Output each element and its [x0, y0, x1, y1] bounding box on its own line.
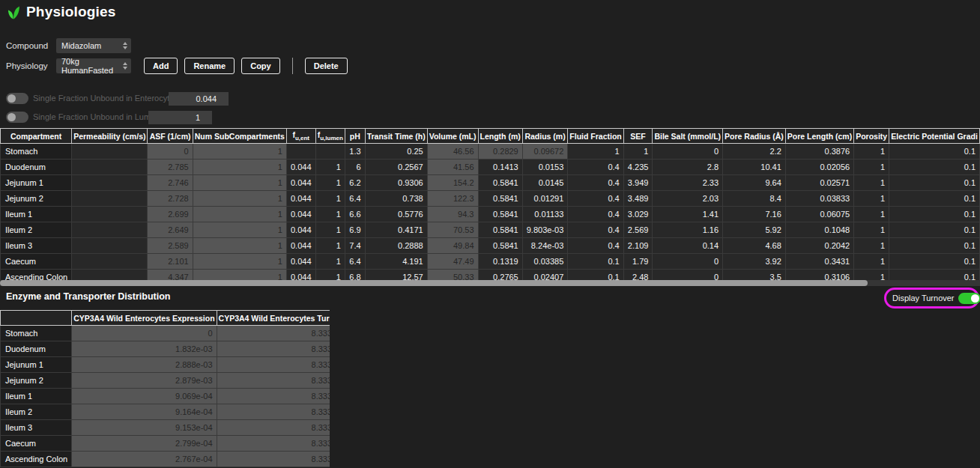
cell-pore_radius[interactable]: 2.2 [723, 144, 786, 159]
cell-sef[interactable]: 1 [623, 144, 653, 159]
cell-ph[interactable]: 6.4 [345, 254, 365, 270]
lumen-value-input[interactable] [148, 111, 212, 124]
cell-porosity[interactable]: 1 [854, 191, 889, 207]
cell-length[interactable]: 0.5841 [478, 238, 522, 254]
cell-pore_length[interactable]: 0.02571 [785, 175, 853, 191]
cell-radius[interactable]: 8.24e-03 [522, 238, 568, 254]
cell-radius[interactable]: 0.01291 [522, 191, 568, 207]
cell-bile_salt[interactable]: 2.8 [653, 159, 723, 175]
cell-ph[interactable]: 6 [345, 159, 365, 175]
cell-fluid_fraction[interactable]: 0.4 [568, 238, 623, 254]
cell-sef[interactable]: 3.029 [623, 207, 653, 222]
cell-permeability[interactable] [72, 270, 148, 281]
cell-porosity[interactable]: 1 [854, 175, 889, 191]
cell-fluid_fraction[interactable]: 0.1 [568, 254, 623, 270]
cell-fu_ent[interactable]: 0.044 [286, 222, 315, 238]
cell-fu_lumen[interactable]: 1 [315, 159, 345, 175]
cell-fu_ent[interactable]: 0.044 [286, 238, 315, 254]
cell-bile_salt[interactable]: 0 [653, 144, 723, 159]
display-turnover-toggle[interactable] [958, 293, 980, 304]
cell-fu_lumen[interactable]: 1 [315, 222, 345, 238]
cell-pore_length[interactable]: 0.03833 [785, 191, 853, 207]
cell-transit_time[interactable]: 0.9306 [365, 175, 427, 191]
cell-length[interactable]: 0.1413 [478, 159, 522, 175]
cell-fu_ent[interactable] [286, 144, 315, 159]
enterocytes-value-input[interactable] [169, 92, 229, 106]
cell-fluid_fraction[interactable]: 0.4 [568, 222, 623, 238]
cell-transit_time[interactable]: 0.5776 [365, 207, 427, 222]
cell-electric_potential_gradient[interactable]: 0.1 [889, 175, 980, 191]
cell-permeability[interactable] [72, 159, 148, 175]
cell-pore_radius[interactable]: 5.92 [723, 222, 786, 238]
cell-electric_potential_gradient[interactable]: 0.1 [889, 238, 980, 254]
cell-pore_radius[interactable]: 8.4 [723, 191, 786, 207]
cell-length[interactable]: 0.1319 [478, 254, 522, 270]
cell-pore_radius[interactable]: 3.92 [723, 254, 786, 270]
horizontal-scrollbar[interactable] [0, 280, 980, 286]
cell-permeability[interactable] [72, 222, 148, 238]
cell-porosity[interactable]: 1 [854, 207, 889, 222]
cell-pore_length[interactable]: 0.2042 [785, 238, 853, 254]
cell-ph[interactable]: 6.8 [345, 270, 365, 281]
cell-fu_ent[interactable]: 0.044 [286, 207, 315, 222]
cell-electric_potential_gradient[interactable]: 0.1 [889, 191, 980, 207]
cell-sef[interactable]: 2.109 [623, 238, 653, 254]
cell-porosity[interactable]: 1 [854, 222, 889, 238]
cell-bile_salt[interactable]: 2.03 [653, 191, 723, 207]
cell-transit_time[interactable]: 4.191 [365, 254, 427, 270]
cell-pore_length[interactable]: 0.3106 [785, 270, 853, 281]
cell-permeability[interactable] [72, 254, 148, 270]
cell-transit_time[interactable]: 0.25 [365, 144, 427, 159]
cell-porosity[interactable]: 1 [854, 144, 889, 159]
cell-fu_ent[interactable]: 0.044 [286, 270, 315, 281]
cell-electric_potential_gradient[interactable]: 0.1 [889, 254, 980, 270]
cell-length[interactable]: 0.5841 [478, 191, 522, 207]
cell-pore_length[interactable]: 0.02056 [785, 159, 853, 175]
cell-fluid_fraction[interactable]: 0.4 [568, 175, 623, 191]
cell-pore_radius[interactable]: 3.5 [723, 270, 786, 281]
cell-pore_length[interactable]: 0.1048 [785, 222, 853, 238]
cell-ph[interactable]: 6.4 [345, 191, 365, 207]
cell-pore_length[interactable]: 0.3876 [785, 144, 853, 159]
cell-fluid_fraction[interactable]: 0.4 [568, 207, 623, 222]
copy-button[interactable]: Copy [241, 58, 280, 74]
cell-electric_potential_gradient[interactable]: 0.1 [889, 144, 980, 159]
cell-fluid_fraction[interactable]: 1 [568, 144, 623, 159]
cell-radius[interactable]: 0.02407 [522, 270, 568, 281]
cell-length[interactable]: 0.5841 [478, 175, 522, 191]
cell-bile_salt[interactable]: 1.41 [653, 207, 723, 222]
cell-bile_salt[interactable]: 0.14 [653, 238, 723, 254]
cell-fu_lumen[interactable]: 1 [315, 175, 345, 191]
cell-radius[interactable]: 0.01133 [522, 207, 568, 222]
cell-fu_ent[interactable]: 0.044 [286, 159, 315, 175]
cell-permeability[interactable] [72, 191, 148, 207]
cell-porosity[interactable]: 1 [854, 159, 889, 175]
cell-electric_potential_gradient[interactable]: 0.1 [889, 159, 980, 175]
cell-length[interactable]: 0.5841 [478, 207, 522, 222]
cell-ph[interactable]: 6.9 [345, 222, 365, 238]
cell-transit_time[interactable]: 0.2567 [365, 159, 427, 175]
cell-transit_time[interactable]: 0.4171 [365, 222, 427, 238]
cell-transit_time[interactable]: 0.2888 [365, 238, 427, 254]
cell-permeability[interactable] [72, 207, 148, 222]
cell-porosity[interactable]: 1 [854, 254, 889, 270]
cell-sef[interactable]: 4.235 [623, 159, 653, 175]
cell-radius[interactable]: 0.03385 [522, 254, 568, 270]
cell-sef[interactable]: 1.79 [623, 254, 653, 270]
cell-pore_radius[interactable]: 4.68 [723, 238, 786, 254]
cell-pore_radius[interactable]: 7.16 [723, 207, 786, 222]
cell-fu_lumen[interactable]: 1 [315, 238, 345, 254]
cell-fluid_fraction[interactable]: 0.4 [568, 159, 623, 175]
cell-pore_length[interactable]: 0.3431 [785, 254, 853, 270]
cell-transit_time[interactable]: 12.57 [365, 270, 427, 281]
physiology-select[interactable]: 70kg HumanFasted [56, 58, 131, 73]
cell-fu_lumen[interactable]: 1 [315, 191, 345, 207]
cell-transit_time[interactable]: 0.738 [365, 191, 427, 207]
cell-porosity[interactable]: 1 [854, 238, 889, 254]
cell-fu_lumen[interactable]: 1 [315, 254, 345, 270]
cell-bile_salt[interactable]: 0 [653, 270, 723, 281]
cell-radius[interactable]: 9.803e-03 [522, 222, 568, 238]
cell-porosity[interactable]: 1 [854, 270, 889, 281]
cell-pore_length[interactable]: 0.06075 [785, 207, 853, 222]
cell-fu_lumen[interactable]: 1 [315, 207, 345, 222]
